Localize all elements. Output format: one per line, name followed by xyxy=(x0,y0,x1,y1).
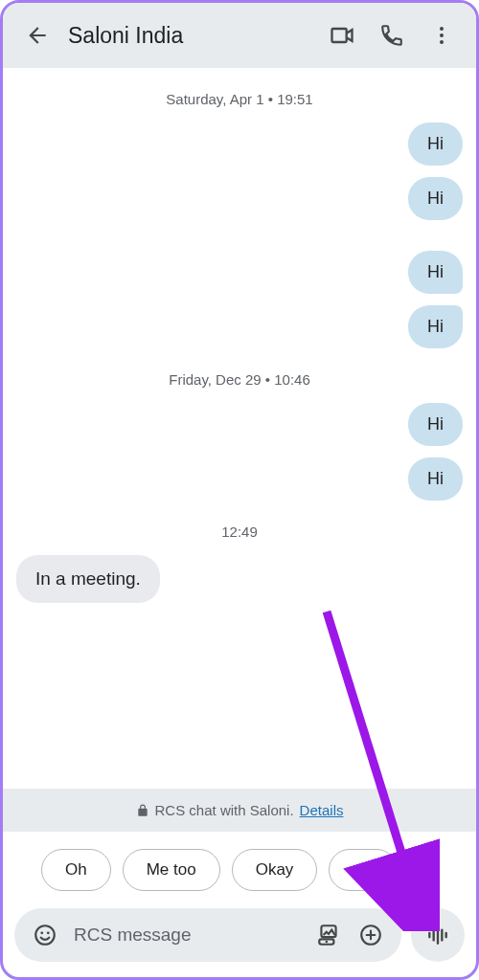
rcs-banner: RCS chat with Saloni. Details xyxy=(3,789,476,832)
call-button[interactable] xyxy=(367,11,417,60)
suggestion-chip[interactable]: n xyxy=(329,849,397,891)
outgoing-message[interactable]: Hi xyxy=(408,251,463,294)
outgoing-message[interactable]: Hi xyxy=(408,177,463,220)
more-vert-icon xyxy=(430,24,453,47)
back-button[interactable] xyxy=(12,11,62,60)
conversation-body: Saturday, Apr 1 • 19:51 Hi Hi Hi Hi Frid… xyxy=(3,68,476,772)
timestamp: Saturday, Apr 1 • 19:51 xyxy=(16,91,463,107)
rcs-banner-text: RCS chat with Saloni. xyxy=(155,802,294,818)
svg-point-5 xyxy=(47,931,50,934)
lock-icon xyxy=(136,804,149,817)
svg-point-1 xyxy=(440,33,444,37)
voice-message-button[interactable] xyxy=(411,908,465,962)
svg-point-8 xyxy=(326,941,329,944)
svg-point-0 xyxy=(440,27,444,31)
outgoing-message[interactable]: Hi xyxy=(408,122,463,166)
suggestion-chips: Oh Me too Okay n xyxy=(3,832,476,908)
timestamp: Friday, Dec 29 • 10:46 xyxy=(16,371,463,388)
video-call-button[interactable] xyxy=(317,11,367,60)
footer: RCS chat with Saloni. Details Oh Me too … xyxy=(3,789,476,977)
gallery-button[interactable] xyxy=(308,914,350,956)
outgoing-message[interactable]: Hi xyxy=(408,403,463,446)
audio-wave-icon xyxy=(425,923,450,947)
arrow-back-icon xyxy=(25,23,50,48)
timestamp: 12:49 xyxy=(16,523,463,540)
rcs-details-link[interactable]: Details xyxy=(300,802,344,818)
outgoing-message[interactable]: Hi xyxy=(408,457,463,501)
suggestion-chip[interactable]: Me too xyxy=(123,849,220,891)
add-button[interactable] xyxy=(350,914,392,956)
compose-bar: RCS message xyxy=(14,908,401,962)
conversation-title[interactable]: Saloni India xyxy=(68,23,317,49)
compose-row: RCS message xyxy=(3,908,476,962)
plus-circle-icon xyxy=(358,923,383,947)
video-icon xyxy=(329,22,355,49)
suggestion-chip[interactable]: Okay xyxy=(232,849,318,891)
svg-point-2 xyxy=(440,40,444,44)
incoming-message[interactable]: In a meeting. xyxy=(16,555,160,603)
outgoing-message[interactable]: Hi xyxy=(408,305,463,348)
suggestion-chip[interactable]: Oh xyxy=(41,849,111,891)
emoji-icon xyxy=(33,923,57,947)
conversation-header: Saloni India xyxy=(3,3,476,68)
more-options-button[interactable] xyxy=(417,11,467,60)
message-input[interactable]: RCS message xyxy=(74,924,308,946)
gallery-icon xyxy=(316,923,341,947)
phone-icon xyxy=(379,23,404,48)
svg-point-3 xyxy=(35,925,55,945)
emoji-button[interactable] xyxy=(24,914,66,956)
svg-point-4 xyxy=(40,931,43,934)
